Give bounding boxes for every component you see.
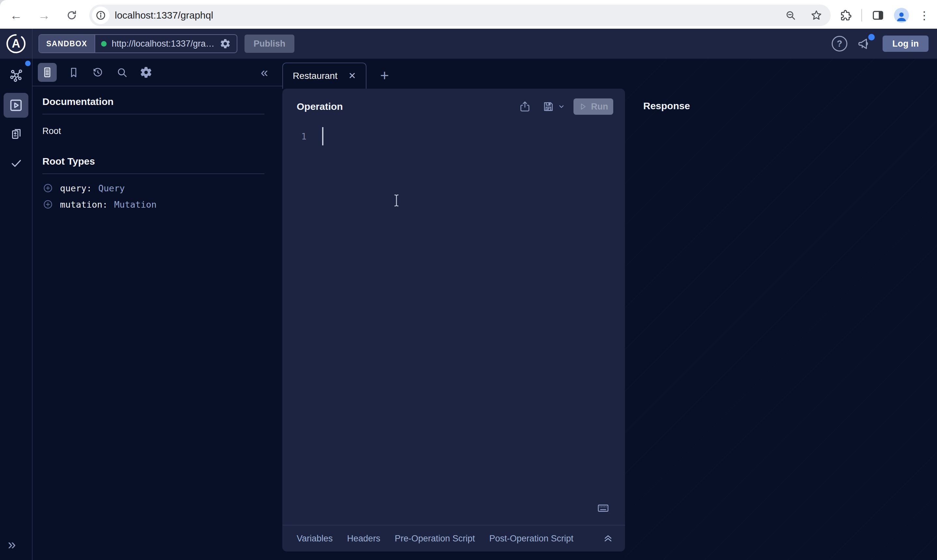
headers-tab[interactable]: Headers bbox=[347, 534, 380, 544]
operation-editor[interactable]: 1 bbox=[282, 127, 625, 145]
save-control[interactable] bbox=[542, 100, 565, 113]
line-number: 1 bbox=[301, 131, 306, 142]
expand-bottom-panel-icon[interactable] bbox=[602, 532, 614, 545]
bookmark-star-icon[interactable] bbox=[811, 9, 822, 21]
text-cursor bbox=[392, 194, 401, 207]
share-icon[interactable] bbox=[519, 100, 531, 113]
checks-nav-icon[interactable] bbox=[8, 155, 24, 171]
login-button-label: Log in bbox=[892, 39, 919, 49]
sandbox-badge: SANDBOX bbox=[39, 35, 95, 52]
save-icon bbox=[542, 100, 555, 113]
editor-caret bbox=[322, 127, 323, 145]
help-icon[interactable]: ? bbox=[832, 36, 847, 51]
new-tab-icon[interactable]: + bbox=[380, 68, 389, 83]
settings-gear-icon[interactable] bbox=[139, 65, 153, 80]
site-info-icon[interactable] bbox=[92, 6, 109, 24]
run-play-icon bbox=[579, 102, 587, 111]
tab-restaurant[interactable]: Restaurant ✕ bbox=[282, 63, 366, 89]
response-title: Response bbox=[643, 100, 690, 111]
circle-plus-icon[interactable] bbox=[42, 183, 54, 194]
apollo-logo-cell: A bbox=[0, 29, 32, 58]
expand-sidebar-icon[interactable]: » bbox=[8, 537, 15, 552]
documentation-title: Documentation bbox=[42, 96, 282, 107]
circle-plus-icon[interactable] bbox=[42, 199, 54, 210]
run-button[interactable]: Run bbox=[574, 98, 613, 115]
operation-header: Operation bbox=[282, 89, 625, 125]
divider bbox=[42, 114, 265, 114]
announcements-button[interactable] bbox=[857, 37, 871, 51]
notification-dot bbox=[868, 34, 875, 40]
search-icon[interactable] bbox=[115, 65, 129, 80]
explorer-play-icon bbox=[8, 97, 24, 114]
documentation-tab-icon[interactable] bbox=[38, 63, 57, 82]
field-type-link[interactable]: Query bbox=[98, 183, 125, 193]
login-button[interactable]: Log in bbox=[883, 35, 929, 52]
endpoint-url-box[interactable]: http://localhost:1337/gra… bbox=[95, 35, 237, 52]
endpoint-settings-gear-icon[interactable] bbox=[220, 38, 231, 49]
query-field-row[interactable]: query: Query bbox=[42, 183, 282, 194]
url-bar[interactable]: localhost:1337/graphql bbox=[89, 5, 831, 26]
apollo-sandbox-screen: ← → localhost:1337/graphql bbox=[0, 0, 937, 560]
pre-operation-script-tab[interactable]: Pre-Operation Script bbox=[395, 534, 475, 544]
documentation-content: Documentation Root Root Types query: Que… bbox=[32, 96, 282, 210]
collapse-panel-icon[interactable]: « bbox=[261, 66, 268, 79]
variables-tab[interactable]: Variables bbox=[297, 534, 333, 544]
left-rail: » bbox=[0, 58, 32, 560]
browser-chrome: ← → localhost:1337/graphql bbox=[0, 0, 937, 29]
browser-toolbar: ← → localhost:1337/graphql bbox=[0, 0, 937, 29]
field-name[interactable]: query: bbox=[60, 183, 92, 193]
url-text[interactable]: localhost:1337/graphql bbox=[115, 10, 213, 21]
browser-menu-icon[interactable]: ⋮ bbox=[919, 10, 930, 21]
publish-button[interactable]: Publish bbox=[245, 35, 295, 53]
sidebar-toolbar: « bbox=[32, 58, 282, 86]
profile-avatar[interactable] bbox=[894, 8, 909, 23]
graph-notification-dot bbox=[25, 61, 31, 66]
operation-title: Operation bbox=[297, 101, 343, 112]
bookmarks-icon[interactable] bbox=[66, 65, 81, 80]
field-name[interactable]: mutation: bbox=[60, 200, 108, 209]
root-types-title: Root Types bbox=[42, 156, 282, 167]
operation-bottom-bar: Variables Headers Pre-Operation Script P… bbox=[282, 525, 625, 552]
changes-nav-icon[interactable] bbox=[8, 126, 24, 142]
app-body: » bbox=[0, 58, 937, 560]
explorer-nav-item[interactable] bbox=[4, 93, 28, 118]
root-link[interactable]: Root bbox=[42, 126, 282, 136]
apollo-header: A SANDBOX http://localhost:1337/gra… Pub… bbox=[0, 29, 937, 58]
forward-icon[interactable]: → bbox=[38, 9, 50, 22]
apollo-logo-letter: A bbox=[6, 34, 26, 54]
reload-icon[interactable] bbox=[66, 9, 78, 21]
endpoint-url-text[interactable]: http://localhost:1337/gra… bbox=[112, 39, 214, 49]
zoom-indicator-icon[interactable] bbox=[785, 10, 796, 21]
save-dropdown-chevron-icon bbox=[558, 103, 565, 110]
documentation-sidebar: « Documentation Root Root Types query: Q… bbox=[32, 58, 282, 560]
help-glyph: ? bbox=[837, 39, 842, 49]
tab-label: Restaurant bbox=[293, 71, 349, 81]
operation-tab-bar: Restaurant ✕ + bbox=[282, 63, 389, 89]
history-icon[interactable] bbox=[91, 65, 105, 80]
run-button-label: Run bbox=[591, 102, 608, 112]
apollo-logo[interactable]: A bbox=[6, 34, 26, 54]
endpoint-control: SANDBOX http://localhost:1337/gra… bbox=[38, 34, 237, 53]
field-type-link[interactable]: Mutation bbox=[114, 200, 157, 209]
connection-status-dot bbox=[101, 41, 107, 47]
divider bbox=[42, 174, 265, 174]
toolbar-divider bbox=[862, 9, 862, 22]
publish-button-label: Publish bbox=[254, 39, 286, 49]
post-operation-script-tab[interactable]: Post-Operation Script bbox=[489, 534, 574, 544]
keyboard-shortcuts-icon[interactable] bbox=[596, 502, 610, 515]
tab-close-icon[interactable]: ✕ bbox=[349, 71, 356, 80]
mutation-field-row[interactable]: mutation: Mutation bbox=[42, 199, 282, 210]
extensions-icon[interactable] bbox=[840, 9, 852, 21]
graph-nav-icon[interactable] bbox=[8, 68, 24, 83]
response-panel: Response bbox=[625, 58, 937, 560]
operation-panel: Operation bbox=[282, 89, 625, 552]
side-panel-icon[interactable] bbox=[872, 9, 884, 22]
back-icon[interactable]: ← bbox=[10, 9, 22, 22]
